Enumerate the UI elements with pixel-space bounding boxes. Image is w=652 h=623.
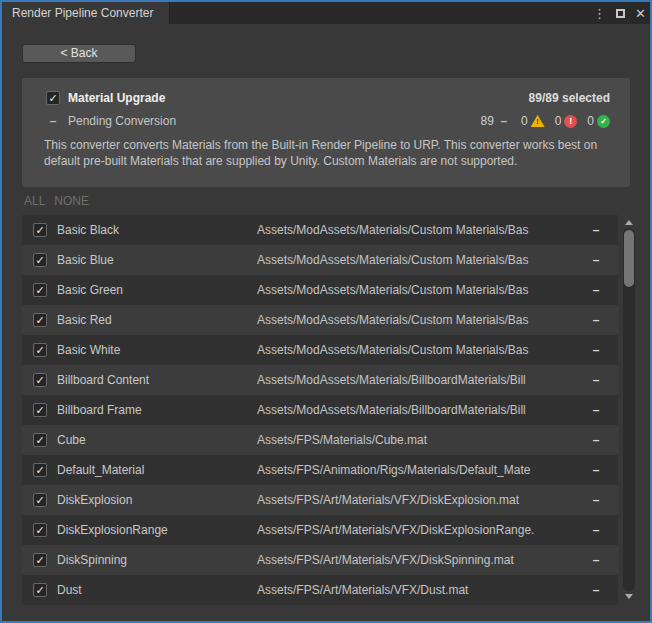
status-dash-icon: – bbox=[574, 463, 618, 477]
menu-icon[interactable]: ⋮ bbox=[593, 7, 606, 20]
selection-buttons: ALL NONE bbox=[24, 194, 89, 208]
item-path: Assets/ModAssets/Materials/BillboardMate… bbox=[257, 373, 574, 387]
material-row[interactable]: ✓ Dust Assets/FPS/Art/Materials/VFX/Dust… bbox=[22, 575, 618, 605]
material-row[interactable]: ✓ Basic Green Assets/ModAssets/Materials… bbox=[22, 275, 618, 305]
checkmark-icon: ✓ bbox=[35, 405, 44, 416]
checkmark-icon: ✓ bbox=[35, 345, 44, 356]
status-dash-icon: – bbox=[574, 583, 618, 597]
item-path: Assets/FPS/Art/Materials/VFX/DiskExplosi… bbox=[257, 493, 574, 507]
item-label: Cube bbox=[57, 433, 257, 447]
scrollbar[interactable] bbox=[622, 217, 636, 602]
select-none-button[interactable]: NONE bbox=[54, 194, 89, 208]
checkmark-icon: ✓ bbox=[35, 465, 44, 476]
material-row[interactable]: ✓ DiskExplosion Assets/FPS/Art/Materials… bbox=[22, 485, 618, 515]
row-checkbox[interactable]: ✓ bbox=[33, 403, 47, 417]
selected-summary: 89/89 selected bbox=[529, 91, 610, 105]
success-count: 0 bbox=[587, 114, 610, 128]
status-dash-icon: – bbox=[574, 373, 618, 387]
item-label: DiskExplosion bbox=[57, 493, 257, 507]
item-label: DiskSpinning bbox=[57, 553, 257, 567]
material-row[interactable]: ✓ Default_Material Assets/FPS/Animation/… bbox=[22, 455, 618, 485]
material-row[interactable]: ✓ Basic Black Assets/ModAssets/Materials… bbox=[22, 215, 618, 245]
window-title: Render Pipeline Converter bbox=[12, 6, 153, 20]
warning-count: 0 bbox=[521, 114, 545, 128]
window-controls: ⋮ ✕ bbox=[593, 2, 646, 24]
status-dash-icon: – bbox=[574, 493, 618, 507]
tab-render-pipeline-converter[interactable]: Render Pipeline Converter bbox=[2, 2, 170, 24]
render-pipeline-converter-window: Render Pipeline Converter ⋮ ✕ < Back ✓ M… bbox=[0, 0, 652, 623]
converter-description: This converter converts Materials from t… bbox=[44, 137, 608, 169]
row-checkbox[interactable]: ✓ bbox=[33, 223, 47, 237]
pending-count: 89 – bbox=[481, 114, 511, 128]
checkmark-icon: ✓ bbox=[35, 225, 44, 236]
material-row[interactable]: ✓ Basic Red Assets/ModAssets/Materials/C… bbox=[22, 305, 618, 335]
checkmark-icon: ✓ bbox=[35, 315, 44, 326]
close-icon[interactable]: ✕ bbox=[635, 7, 646, 20]
material-row[interactable]: ✓ DiskSpinning Assets/FPS/Art/Materials/… bbox=[22, 545, 618, 575]
checkmark-icon: ✓ bbox=[35, 495, 44, 506]
status-dash-icon: – bbox=[574, 343, 618, 357]
status-dash-icon: – bbox=[574, 553, 618, 567]
checkmark-icon: ✓ bbox=[35, 525, 44, 536]
item-label: Basic Red bbox=[57, 313, 257, 327]
back-button[interactable]: < Back bbox=[22, 44, 136, 63]
success-count-value: 0 bbox=[587, 114, 594, 128]
item-label: Basic Blue bbox=[57, 253, 257, 267]
item-list: ✓ Basic Black Assets/ModAssets/Materials… bbox=[22, 215, 618, 605]
row-checkbox[interactable]: ✓ bbox=[33, 493, 47, 507]
pending-conversion-row: – Pending Conversion 89 – 0 0 0 bbox=[22, 114, 630, 128]
row-checkbox[interactable]: ✓ bbox=[33, 583, 47, 597]
scroll-down-icon[interactable] bbox=[625, 594, 633, 599]
titlebar: Render Pipeline Converter ⋮ ✕ bbox=[2, 2, 650, 24]
scroll-up-icon[interactable] bbox=[625, 220, 633, 225]
row-checkbox[interactable]: ✓ bbox=[33, 313, 47, 327]
item-path: Assets/ModAssets/Materials/Custom Materi… bbox=[257, 283, 574, 297]
material-row[interactable]: ✓ Basic White Assets/ModAssets/Materials… bbox=[22, 335, 618, 365]
material-row[interactable]: ✓ Cube Assets/FPS/Materials/Cube.mat – bbox=[22, 425, 618, 455]
collapse-icon[interactable]: – bbox=[46, 114, 60, 128]
item-path: Assets/FPS/Art/Materials/VFX/Dust.mat bbox=[257, 583, 574, 597]
item-path: Assets/FPS/Art/Materials/VFX/DiskExplosi… bbox=[257, 523, 574, 537]
row-checkbox[interactable]: ✓ bbox=[33, 283, 47, 297]
error-count: 0 bbox=[555, 114, 578, 128]
item-path: Assets/FPS/Animation/Rigs/Materials/Defa… bbox=[257, 463, 574, 477]
status-dash-icon: – bbox=[574, 433, 618, 447]
checkmark-icon: ✓ bbox=[48, 93, 57, 104]
checkmark-icon: ✓ bbox=[35, 375, 44, 386]
maximize-glyph bbox=[616, 9, 625, 18]
row-checkbox[interactable]: ✓ bbox=[33, 523, 47, 537]
row-checkbox[interactable]: ✓ bbox=[33, 463, 47, 477]
row-checkbox[interactable]: ✓ bbox=[33, 253, 47, 267]
material-row[interactable]: ✓ DiskExplosionRange Assets/FPS/Art/Mate… bbox=[22, 515, 618, 545]
item-path: Assets/FPS/Art/Materials/VFX/DiskSpinnin… bbox=[257, 553, 574, 567]
row-checkbox[interactable]: ✓ bbox=[33, 433, 47, 447]
material-row[interactable]: ✓ Billboard Frame Assets/ModAssets/Mater… bbox=[22, 395, 618, 425]
pending-count-value: 89 bbox=[481, 114, 494, 128]
item-label: Billboard Content bbox=[57, 373, 257, 387]
status-dash-icon: – bbox=[574, 283, 618, 297]
scrollbar-thumb[interactable] bbox=[624, 230, 634, 287]
item-path: Assets/ModAssets/Materials/Custom Materi… bbox=[257, 253, 574, 267]
status-dash-icon: – bbox=[574, 253, 618, 267]
item-label: Basic Black bbox=[57, 223, 257, 237]
checkmark-icon: ✓ bbox=[35, 555, 44, 566]
maximize-icon[interactable] bbox=[616, 7, 625, 20]
error-icon bbox=[564, 115, 577, 128]
converter-checkbox[interactable]: ✓ bbox=[46, 91, 60, 105]
error-count-value: 0 bbox=[555, 114, 562, 128]
status-dash-icon: – bbox=[574, 313, 618, 327]
material-row[interactable]: ✓ Billboard Content Assets/ModAssets/Mat… bbox=[22, 365, 618, 395]
item-path: Assets/FPS/Materials/Cube.mat bbox=[257, 433, 574, 447]
material-list-container: ✓ Basic Black Assets/ModAssets/Materials… bbox=[22, 215, 636, 605]
row-checkbox[interactable]: ✓ bbox=[33, 343, 47, 357]
warning-count-value: 0 bbox=[521, 114, 528, 128]
item-label: DiskExplosionRange bbox=[57, 523, 257, 537]
item-path: Assets/ModAssets/Materials/BillboardMate… bbox=[257, 403, 574, 417]
row-checkbox[interactable]: ✓ bbox=[33, 553, 47, 567]
item-path: Assets/ModAssets/Materials/Custom Materi… bbox=[257, 313, 574, 327]
material-row[interactable]: ✓ Basic Blue Assets/ModAssets/Materials/… bbox=[22, 245, 618, 275]
status-dash-icon: – bbox=[574, 403, 618, 417]
scrollbar-track[interactable] bbox=[623, 228, 635, 591]
row-checkbox[interactable]: ✓ bbox=[33, 373, 47, 387]
select-all-button[interactable]: ALL bbox=[24, 194, 45, 208]
